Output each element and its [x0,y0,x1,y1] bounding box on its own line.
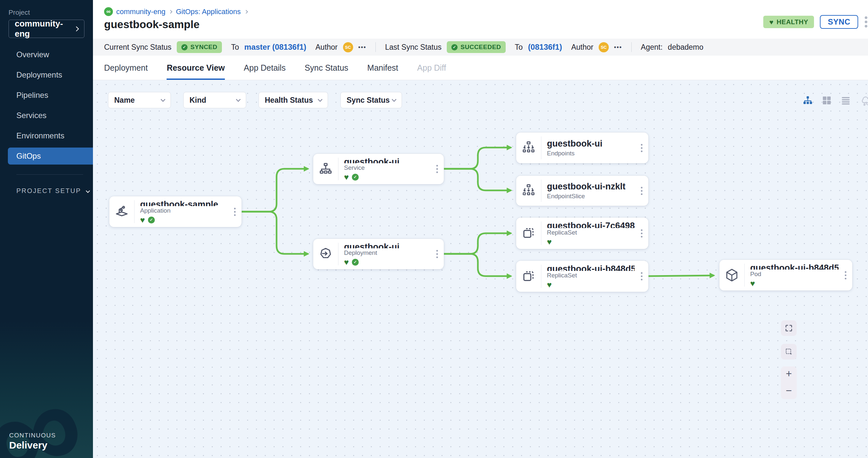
author-label: Author [315,43,338,52]
deployment-icon [313,239,338,269]
sidebar-nav: Overview Deployments Pipelines Services … [0,44,93,165]
node-application[interactable]: guestbook-sample Application ♥✓ [109,196,242,227]
kebab-menu-icon[interactable] [634,132,648,163]
header-actions: ♥ HEALTHY SYNC [763,15,868,29]
chevron-down-icon [236,97,241,102]
heart-icon: ♥ [140,216,145,224]
list-view-icon[interactable] [840,95,851,106]
replicaset-icon [516,261,541,292]
app-root: Project community-eng Overview Deploymen… [0,0,868,458]
tab-resource-view[interactable]: Resource View [166,63,224,80]
kebab-menu-icon[interactable] [634,261,648,292]
tab-sync-status[interactable]: Sync Status [305,63,348,80]
kebab-menu-icon[interactable] [430,239,444,269]
project-selector[interactable]: community-eng [8,20,85,38]
chevron-right-icon [169,10,173,13]
node-kind: ReplicaSet [547,229,634,236]
fullscreen-button[interactable] [781,320,797,336]
chevron-right-icon [244,10,248,13]
brand-line-1: CONTINUOUS [9,432,56,439]
kebab-menu-icon[interactable] [865,17,867,28]
author-label: Author [571,43,593,52]
check-circle-icon: ✓ [148,217,155,223]
breadcrumb: ∞ community-eng GitOps: Applications [104,7,248,16]
check-circle-icon: ✓ [352,174,359,181]
health-status-badge: ♥ HEALTHY [763,16,814,28]
current-revision-link[interactable]: master (08136f1) [244,42,306,52]
sidebar-item-environments[interactable]: Environments [0,126,93,146]
check-circle-icon: ✓ [181,44,188,51]
tab-bar: Deployment Resource View App Details Syn… [93,56,868,80]
breadcrumb-project-link[interactable]: community-eng [116,7,165,16]
sidebar-item-pipelines[interactable]: Pipelines [0,85,93,105]
zoom-out-button[interactable]: − [786,385,792,396]
breadcrumb-section-link[interactable]: GitOps: Applications [176,7,241,16]
sidebar: Project community-eng Overview Deploymen… [0,0,93,458]
tab-app-diff[interactable]: App Diff [417,63,446,80]
sidebar-item-label: Overview [17,50,49,59]
check-circle-icon: ✓ [451,44,458,51]
sidebar-item-deployments[interactable]: Deployments [0,65,93,85]
sidebar-item-gitops[interactable]: GitOps [8,148,93,165]
kebab-menu-icon[interactable] [634,218,648,249]
sidebar-item-label: Pipelines [17,91,48,100]
sidebar-divider [17,174,83,175]
kebab-menu-icon[interactable] [430,154,444,184]
heart-icon: ♥ [344,173,349,181]
kind-filter-dropdown[interactable]: Kind [183,92,246,108]
node-title: guestbook-ui [547,139,634,149]
node-endpoints[interactable]: guestbook-ui Endpoints [516,132,648,163]
kebab-menu-icon[interactable] [228,196,242,227]
node-endpointslice[interactable]: guestbook-ui-nzklt EndpointSlice [516,176,648,206]
heart-icon: ♥ [547,238,552,246]
check-circle-icon: ✓ [352,259,359,266]
synced-badge: ✓ SYNCED [177,41,222,53]
zoom-in-button[interactable]: + [786,368,792,379]
tab-deployment[interactable]: Deployment [104,63,148,80]
node-title: guestbook-ui-7c64987dc9 [547,221,634,228]
node-replicaset-7c64987dc9[interactable]: guestbook-ui-7c64987dc9 ReplicaSet ♥ [516,218,648,249]
avatar: SC [599,42,609,52]
heart-icon: ♥ [769,19,773,26]
name-filter-dropdown[interactable]: Name [108,92,171,108]
tree-view-icon[interactable] [803,95,813,106]
node-pod[interactable]: guestbook-ui-b848d5d9... Pod ♥ [719,260,852,291]
node-title: guestbook-ui-b848d5d9d [547,264,634,271]
grid-view-icon[interactable] [822,95,832,106]
node-kind: Pod [750,270,839,278]
tab-app-details[interactable]: App Details [244,63,286,80]
cloud-network-icon[interactable] [860,94,868,107]
sidebar-item-label: Deployments [17,70,62,79]
sidebar-item-label: Environments [17,131,64,140]
sidebar-item-services[interactable]: Services [0,105,93,126]
sidebar-item-label: Services [17,111,46,120]
sync-status-filter-dropdown[interactable]: Sync Status [340,92,402,108]
marquee-select-icon [784,348,793,356]
endpoints-icon [516,132,541,163]
node-replicaset-b848d5d9d[interactable]: guestbook-ui-b848d5d9d ReplicaSet ♥ [516,261,648,292]
project-setup-toggle[interactable]: PROJECT SETUP [0,187,93,195]
more-options-icon[interactable]: ••• [359,44,367,51]
more-options-icon[interactable]: ••• [614,44,622,51]
node-deployment[interactable]: guestbook-ui Deployment ♥✓ [313,239,444,269]
kebab-menu-icon[interactable] [634,176,648,206]
chevron-down-icon [392,97,396,102]
endpointslice-icon [516,176,541,206]
tab-manifest[interactable]: Manifest [367,63,398,80]
zoom-controls: + − [781,366,797,399]
brand-logo: CONTINUOUS Delivery [9,432,56,451]
marquee-select-button[interactable] [781,344,797,360]
sidebar-item-overview[interactable]: Overview [0,44,93,65]
heart-icon: ♥ [344,258,349,266]
health-status-filter-dropdown[interactable]: Health Status [258,92,328,108]
node-kind: Deployment [344,249,430,257]
node-service[interactable]: guestbook-ui Service ♥✓ [313,154,444,184]
sync-button[interactable]: SYNC [820,15,858,29]
kebab-menu-icon[interactable] [839,260,852,291]
sidebar-item-label: GitOps [17,152,41,161]
last-revision-link[interactable]: (08136f1) [528,42,562,52]
service-icon [313,154,338,184]
heart-icon: ♥ [750,280,755,288]
agent-label: Agent: [641,43,663,52]
page-header: ∞ community-eng GitOps: Applications gue… [93,0,868,39]
